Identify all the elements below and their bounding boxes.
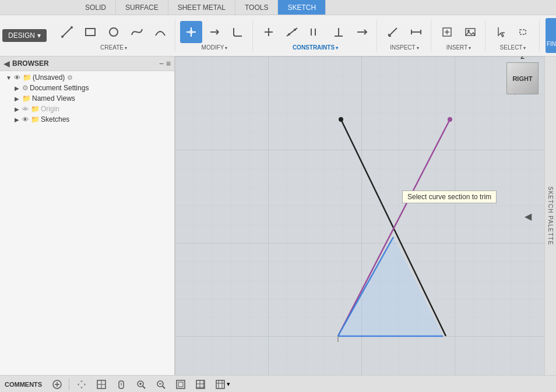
bottom-grid-icon[interactable] bbox=[192, 378, 209, 391]
origin-arrow-icon[interactable]: ▶ bbox=[13, 105, 21, 113]
browser-title: BROWSER bbox=[12, 59, 49, 68]
trim-icon[interactable] bbox=[180, 21, 202, 43]
collinear-icon[interactable] bbox=[281, 21, 303, 43]
svg-line-58 bbox=[163, 386, 165, 389]
svg-point-15 bbox=[294, 29, 296, 31]
circle-icon[interactable] bbox=[103, 21, 125, 43]
rectangle-icon[interactable] bbox=[79, 21, 101, 43]
view-cube-z-label: Z bbox=[520, 56, 525, 60]
doc-settings-label: Document Settings bbox=[30, 84, 89, 92]
svg-line-21 bbox=[389, 28, 397, 36]
tree-item-sketches[interactable]: ▶ 👁 📁 Sketches bbox=[0, 114, 174, 125]
bottom-more-icon[interactable]: ▾ bbox=[212, 378, 234, 391]
grid bbox=[175, 56, 544, 375]
named-views-label: Named Views bbox=[32, 94, 75, 103]
finish-sketch-button[interactable]: ✅ FINISH SKETCH bbox=[546, 18, 556, 53]
coincident-icon[interactable] bbox=[258, 21, 280, 43]
tab-tools[interactable]: TOOLS bbox=[235, 0, 278, 15]
svg-rect-7 bbox=[189, 30, 193, 34]
doc-settings-gear-icon: ⚙ bbox=[22, 84, 29, 92]
tree-item-origin[interactable]: ▶ 👁 📁 Origin bbox=[0, 104, 174, 114]
named-views-folder-icon: 📁 bbox=[22, 94, 31, 103]
insert-canvas-icon[interactable] bbox=[436, 21, 458, 43]
sketches-folder-icon: 📁 bbox=[31, 115, 40, 123]
line-icon[interactable] bbox=[56, 21, 78, 43]
folder-icon: 📁 bbox=[23, 73, 31, 82]
svg-rect-67 bbox=[216, 380, 224, 389]
origin-eye-icon[interactable]: 👁 bbox=[22, 105, 29, 112]
bottom-frame-icon[interactable] bbox=[172, 378, 189, 391]
bottom-separator bbox=[69, 379, 69, 390]
svg-point-41 bbox=[339, 117, 343, 122]
sketch-palette[interactable]: SKETCH PALETTE bbox=[544, 56, 556, 375]
sketches-arrow-icon[interactable]: ▶ bbox=[13, 115, 21, 123]
tab-sketch[interactable]: SKETCH bbox=[278, 0, 326, 15]
doc-settings-arrow-icon[interactable]: ▶ bbox=[13, 84, 21, 92]
tree-item-unsaved[interactable]: ▼ 👁 📁 (Unsaved) ⚙ bbox=[0, 72, 174, 83]
bottom-add-icon[interactable] bbox=[49, 379, 65, 390]
canvas[interactable]: Select curve section to trim Z RIGHT ◀ bbox=[175, 56, 544, 375]
comments-label: COMMENTS bbox=[5, 381, 42, 388]
svg-rect-32 bbox=[520, 30, 526, 34]
sketches-eye-icon[interactable]: 👁 bbox=[22, 116, 29, 123]
bottom-zoom-icon[interactable] bbox=[132, 378, 150, 391]
view-cube-box[interactable]: RIGHT bbox=[506, 62, 539, 94]
view-cube[interactable]: Z RIGHT bbox=[506, 62, 539, 94]
inspect-group: INSPECT bbox=[378, 20, 431, 52]
design-button[interactable]: DESIGN ▾ bbox=[2, 29, 47, 42]
tab-surface[interactable]: SURFACE bbox=[116, 0, 168, 15]
inspect-label[interactable]: INSPECT bbox=[390, 44, 418, 51]
insert-image-icon[interactable] bbox=[459, 21, 481, 43]
arc-icon[interactable] bbox=[149, 21, 171, 43]
modify-label[interactable]: MODIFY bbox=[202, 44, 228, 51]
right-collapse-arrow[interactable]: ◀ bbox=[525, 210, 532, 221]
settings-icon[interactable]: ⚙ bbox=[67, 74, 73, 82]
select-icon[interactable] bbox=[490, 21, 512, 43]
tree-item-named-views[interactable]: ▶ 📁 Named Views bbox=[0, 93, 174, 104]
tab-sheet-metal[interactable]: SHEET METAL bbox=[168, 0, 235, 15]
horizontal-icon[interactable] bbox=[351, 21, 373, 43]
sketches-label: Sketches bbox=[41, 115, 69, 123]
fillet-icon[interactable] bbox=[227, 21, 249, 43]
measure-icon[interactable] bbox=[382, 21, 404, 43]
svg-point-42 bbox=[448, 117, 452, 122]
insert-group: INSERT bbox=[432, 20, 485, 52]
browser-minus-icon[interactable]: − bbox=[159, 59, 164, 68]
origin-label: Origin bbox=[41, 105, 59, 113]
bottom-toolbar: COMMENTS ▾ bbox=[0, 375, 556, 392]
constraints-group: CONSTRAINTS bbox=[254, 20, 377, 52]
browser-content: ▼ 👁 📁 (Unsaved) ⚙ ▶ ⚙ Document Settings … bbox=[0, 71, 174, 375]
bottom-move-icon[interactable] bbox=[73, 378, 90, 391]
browser-header: ◀ BROWSER − ≡ bbox=[0, 56, 174, 71]
tree-item-doc-settings[interactable]: ▶ ⚙ Document Settings bbox=[0, 83, 174, 93]
select-label[interactable]: SELECT bbox=[500, 44, 526, 51]
eye-icon[interactable]: 👁 bbox=[14, 74, 20, 81]
browser-options-icon[interactable]: ≡ bbox=[166, 59, 171, 68]
constraints-label[interactable]: CONSTRAINTS bbox=[293, 44, 338, 51]
browser-collapse-icon[interactable]: ◀ bbox=[3, 59, 10, 68]
dimension-icon[interactable] bbox=[405, 21, 427, 43]
finish-sketch-label: FINISH SKETCH bbox=[547, 41, 556, 47]
window-select-icon[interactable] bbox=[513, 21, 536, 43]
bottom-fit-icon[interactable] bbox=[93, 378, 110, 391]
parallel-icon[interactable] bbox=[304, 21, 326, 43]
bottom-magnify-icon[interactable] bbox=[152, 378, 170, 391]
svg-point-0 bbox=[61, 36, 64, 38]
select-group: SELECT bbox=[487, 20, 540, 52]
svg-line-54 bbox=[143, 386, 145, 389]
more-arrow-icon: ▾ bbox=[227, 380, 230, 388]
unsaved-arrow-icon[interactable]: ▼ bbox=[5, 73, 13, 82]
insert-label[interactable]: INSERT bbox=[446, 44, 471, 51]
bottom-pan-icon[interactable] bbox=[112, 378, 130, 391]
spline-icon[interactable] bbox=[126, 21, 148, 43]
extend-icon[interactable] bbox=[203, 21, 226, 43]
svg-rect-61 bbox=[178, 382, 183, 387]
named-views-arrow-icon[interactable]: ▶ bbox=[13, 94, 21, 103]
origin-folder-icon: 📁 bbox=[31, 105, 40, 113]
svg-rect-60 bbox=[177, 380, 185, 389]
create-group: CREATE bbox=[52, 20, 175, 52]
unsaved-label: (Unsaved) bbox=[33, 73, 65, 82]
tab-solid[interactable]: SOLID bbox=[76, 0, 116, 15]
perpendicular-icon[interactable] bbox=[328, 21, 350, 43]
create-label[interactable]: CREATE bbox=[100, 44, 127, 51]
